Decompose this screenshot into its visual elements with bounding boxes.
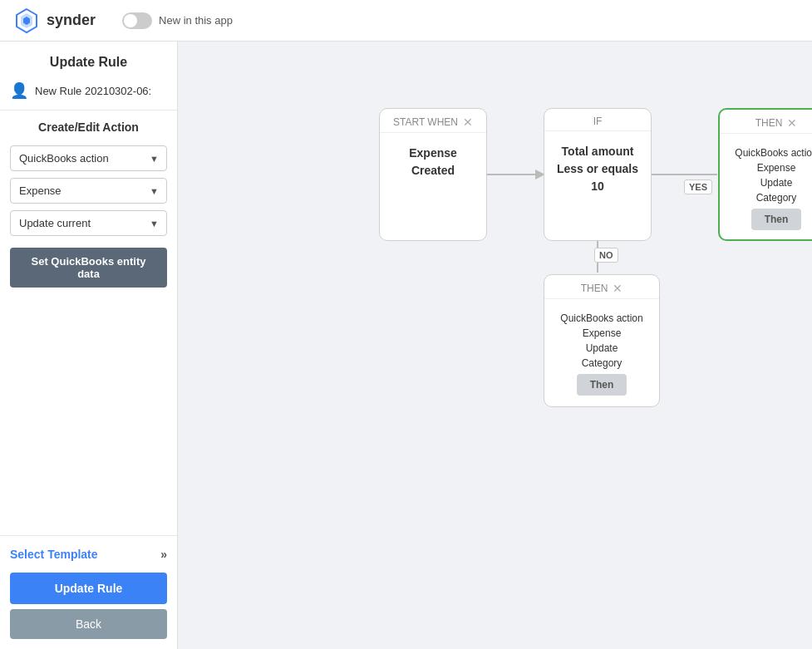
quickbooks-action-dropdown[interactable]: QuickBooks action: [10, 145, 167, 171]
then-top-btn[interactable]: Then: [751, 209, 802, 230]
select-template-text: Select Template: [10, 548, 98, 561]
then-top-line2: Expense: [728, 160, 812, 175]
rule-icon: 👤: [10, 81, 28, 100]
main-content: Update Rule 👤 New Rule 20210302-06: Crea…: [0, 42, 812, 649]
then-top-node: THEN ✕ QuickBooks action Expense Update …: [718, 108, 812, 241]
no-label: NO: [594, 248, 618, 263]
then-bottom-node: THEN ✕ QuickBooks action Expense Update …: [544, 274, 660, 407]
template-label: Template: [47, 548, 97, 561]
yes-label: YES: [684, 179, 712, 194]
if-node: IF Total amount Less or equals 10: [544, 108, 652, 241]
dropdown2-row: Expense ▼: [0, 175, 177, 207]
start-when-close-icon[interactable]: ✕: [463, 116, 473, 129]
then-top-line4: Category: [728, 190, 812, 205]
then-bottom-line4: Category: [553, 356, 651, 371]
then-bottom-label: THEN: [581, 283, 608, 294]
dropdown3-row: Update current ▼: [0, 207, 177, 239]
then-bottom-line3: Update: [553, 341, 651, 356]
canvas: START WHEN ✕ Expense Created IF Total am…: [178, 42, 812, 649]
then-top-line3: Update: [728, 175, 812, 190]
update-current-dropdown[interactable]: Update current: [10, 210, 167, 236]
toggle-label: New in this app: [159, 14, 233, 27]
then-top-body: QuickBooks action Expense Update Categor…: [720, 134, 812, 242]
back-button[interactable]: Back: [10, 609, 167, 639]
then-bottom-line2: Expense: [553, 326, 651, 341]
chevron-double-icon: »: [160, 548, 167, 561]
then-bottom-line1: QuickBooks action: [553, 311, 651, 326]
sidebar-title: Update Rule: [0, 42, 177, 76]
expense-dropdown[interactable]: Expense: [10, 178, 167, 204]
sidebar-section-title: Create/Edit Action: [0, 111, 177, 142]
dropdown1-wrapper: QuickBooks action ▼: [10, 145, 167, 171]
sidebar: Update Rule 👤 New Rule 20210302-06: Crea…: [0, 42, 178, 649]
sidebar-spacer: [0, 296, 177, 535]
start-when-header: START WHEN ✕: [380, 109, 486, 133]
select-label: Select: [10, 548, 44, 561]
new-in-app-toggle[interactable]: [122, 12, 152, 29]
if-line2: Less or equals: [553, 160, 642, 178]
then-top-label: THEN: [755, 117, 783, 129]
if-header: IF: [544, 109, 651, 131]
then-top-header: THEN ✕: [720, 110, 812, 134]
new-in-app-toggle-container: New in this app: [122, 12, 233, 29]
if-body: Total amount Less or equals 10: [544, 131, 651, 207]
start-when-line2: Created: [388, 162, 478, 179]
then-bottom-body: QuickBooks action Expense Update Categor…: [544, 299, 659, 407]
sidebar-rule-row: 👤 New Rule 20210302-06:: [0, 76, 177, 111]
logo-text: synder: [47, 12, 96, 29]
set-quickbooks-entity-button[interactable]: Set QuickBooks entity data: [10, 248, 167, 288]
if-line3: 10: [553, 178, 642, 195]
dropdown1-row: QuickBooks action ▼: [0, 142, 177, 175]
if-label: IF: [593, 116, 603, 127]
synder-logo-icon: [13, 7, 40, 34]
connector-svg: [178, 42, 812, 649]
then-bottom-btn[interactable]: Then: [577, 374, 627, 396]
select-template-row[interactable]: Select Template »: [0, 535, 177, 573]
start-when-label: START WHEN: [393, 116, 458, 128]
then-top-close-icon[interactable]: ✕: [787, 116, 797, 130]
then-top-line1: QuickBooks action: [728, 145, 812, 160]
if-line1: Total amount: [553, 143, 642, 160]
dropdown3-wrapper: Update current ▼: [10, 210, 167, 236]
update-rule-button[interactable]: Update Rule: [10, 573, 167, 604]
start-when-node: START WHEN ✕ Expense Created: [379, 108, 487, 241]
rule-name: New Rule 20210302-06:: [35, 85, 151, 97]
then-bottom-close-icon[interactable]: ✕: [613, 282, 623, 295]
then-bottom-header: THEN ✕: [544, 275, 659, 299]
start-when-body: Expense Created: [380, 133, 486, 191]
start-when-line1: Expense: [388, 145, 478, 162]
logo: synder: [13, 7, 96, 34]
dropdown2-wrapper: Expense ▼: [10, 178, 167, 204]
top-bar: synder New in this app: [0, 0, 812, 42]
